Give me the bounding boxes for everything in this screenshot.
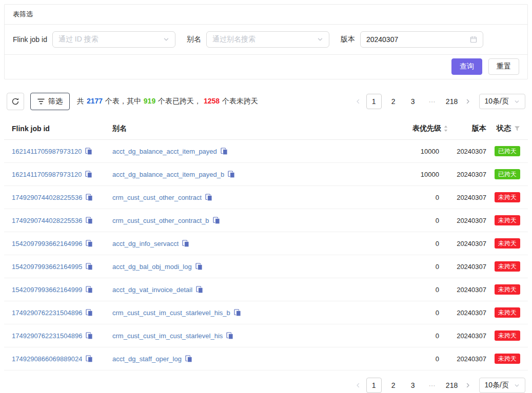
reset-button[interactable]: 重置	[488, 58, 519, 75]
status-badge: 未跨天	[495, 215, 520, 225]
row-status-cell: 未跨天	[486, 307, 520, 318]
copy-icon[interactable]	[86, 194, 93, 201]
query-button[interactable]: 查询	[451, 58, 482, 75]
chevron-down-icon	[317, 36, 323, 43]
alias-select[interactable]: 通过别名搜索	[206, 31, 329, 48]
copy-icon[interactable]	[86, 240, 93, 247]
copy-icon[interactable]	[85, 148, 92, 155]
copy-icon[interactable]	[226, 332, 233, 339]
flink-job-id-select[interactable]: 通过 ID 搜索	[52, 31, 175, 48]
funnel-filter-icon[interactable]	[514, 126, 520, 132]
refresh-button[interactable]	[7, 93, 24, 110]
row-priority: 0	[358, 332, 448, 340]
chevron-right-icon	[465, 98, 471, 105]
status-badge: 未跨天	[495, 354, 520, 364]
copy-icon[interactable]	[196, 286, 203, 293]
row-alias-link[interactable]: crm_cust_cust_other_contract	[112, 194, 202, 201]
row-priority: 10000	[358, 171, 448, 178]
copy-icon[interactable]	[228, 171, 235, 178]
row-priority: 0	[358, 194, 448, 201]
copy-icon[interactable]	[86, 332, 93, 339]
row-alias-link[interactable]: acct_dg_vat_invoice_detail	[112, 286, 192, 294]
filter-button-label: 筛选	[48, 97, 63, 106]
row-priority: 0	[358, 355, 448, 363]
copy-icon[interactable]	[85, 171, 92, 178]
page-size-label: 10条/页	[485, 97, 509, 106]
copy-icon[interactable]	[234, 309, 241, 316]
pagination-page-2[interactable]: 2	[386, 94, 401, 109]
copy-icon[interactable]	[182, 240, 189, 247]
page-size-select[interactable]: 10条/页	[479, 94, 525, 109]
prev-page-button[interactable]	[352, 94, 364, 109]
copy-icon[interactable]	[213, 217, 220, 224]
refresh-icon	[11, 97, 19, 106]
row-alias-cell: crm_cust_cust_other_contract_b	[112, 217, 358, 224]
copy-icon[interactable]	[195, 263, 203, 270]
table-row: 1542097993662164996 acct_dg_info_servacc…	[4, 232, 528, 255]
pagination-page-1[interactable]: 1	[366, 94, 382, 109]
row-version: 20240307	[448, 194, 486, 201]
row-alias-link[interactable]: crm_cust_cust_other_contract_b	[112, 217, 209, 224]
pagination-bottom-row: 123⋯218 10条/页	[4, 378, 528, 393]
pagination-page-218[interactable]: 218	[444, 378, 460, 393]
copy-icon[interactable]	[205, 194, 212, 201]
filter-actions-row: 查询 重置	[5, 55, 527, 79]
row-id-link[interactable]: 1749290762231504896	[12, 332, 82, 340]
filter-button[interactable]: 筛选	[30, 93, 70, 110]
row-id-link[interactable]: 1542097993662164995	[12, 263, 82, 271]
row-priority: 0	[358, 240, 448, 247]
copy-icon[interactable]	[185, 355, 192, 362]
row-id-link[interactable]: 1749290866069889024	[12, 355, 82, 363]
pagination-page-218[interactable]: 218	[444, 94, 460, 109]
row-id-cell: 1621411705987973120	[12, 148, 112, 155]
row-id-link[interactable]: 1542097993662164999	[12, 286, 82, 294]
chevron-left-icon	[355, 382, 361, 388]
copy-icon[interactable]	[221, 148, 228, 155]
pagination-pages: 123⋯218	[364, 378, 462, 393]
copy-icon[interactable]	[86, 309, 93, 316]
alias-placeholder: 通过别名搜索	[212, 35, 255, 44]
column-header-priority[interactable]: 表优先级	[358, 124, 448, 133]
row-status-cell: 已跨天	[486, 146, 520, 156]
row-id-link[interactable]: 1749290762231504896	[12, 309, 82, 317]
row-alias-link[interactable]: acct_dg_balance_acct_item_payed	[112, 148, 217, 155]
row-id-link[interactable]: 1749290744028225536	[12, 217, 82, 224]
row-version: 20240307	[448, 240, 486, 247]
row-priority: 0	[358, 309, 448, 317]
row-alias-cell: acct_dg_info_servacct	[112, 240, 358, 247]
row-alias-link[interactable]: acct_dg_balance_acct_item_payed_b	[112, 171, 224, 178]
row-alias-link[interactable]: acct_dg_info_servacct	[112, 240, 179, 247]
version-date-input[interactable]: 20240307	[360, 31, 483, 48]
pagination-page-3[interactable]: 3	[405, 378, 421, 393]
row-alias-link[interactable]: acct_dg_staff_oper_log	[112, 355, 182, 363]
row-alias-link[interactable]: acct_dg_bal_obj_modi_log	[112, 263, 192, 271]
row-alias-link[interactable]: crm_cust_cust_im_cust_starlevel_his	[112, 332, 223, 340]
row-status-cell: 未跨天	[486, 261, 520, 272]
copy-icon[interactable]	[86, 355, 93, 362]
row-id-link[interactable]: 1621411705987973120	[12, 171, 82, 178]
copy-icon[interactable]	[86, 217, 93, 224]
prev-page-button[interactable]	[352, 378, 364, 393]
row-priority: 0	[358, 217, 448, 224]
next-page-button[interactable]	[462, 94, 474, 109]
status-badge: 未跨天	[495, 284, 520, 295]
copy-icon[interactable]	[86, 263, 93, 270]
status-badge: 未跨天	[495, 192, 520, 202]
pagination-page-1[interactable]: 1	[366, 378, 382, 393]
pagination-top: 123⋯218 10条/页	[352, 94, 525, 109]
copy-icon[interactable]	[86, 286, 93, 293]
row-id-link[interactable]: 1749290744028225536	[12, 194, 82, 201]
pagination-page-2[interactable]: 2	[386, 378, 401, 393]
summary-part3: 个表已跨天，	[156, 97, 203, 105]
next-page-button[interactable]	[462, 378, 474, 393]
sort-icon[interactable]	[443, 125, 448, 132]
row-alias-link[interactable]: crm_cust_cust_im_cust_starlevel_his_b	[112, 309, 230, 317]
table-row: 1749290762231504896 crm_cust_cust_im_cus…	[4, 301, 528, 324]
summary-part2: 个表，其中	[103, 97, 143, 105]
version-value: 20240307	[366, 35, 398, 44]
row-version: 20240307	[448, 263, 486, 271]
pagination-page-3[interactable]: 3	[405, 94, 421, 109]
row-id-link[interactable]: 1542097993662164996	[12, 240, 82, 247]
page-size-select[interactable]: 10条/页	[479, 378, 525, 393]
row-id-link[interactable]: 1621411705987973120	[12, 148, 82, 155]
